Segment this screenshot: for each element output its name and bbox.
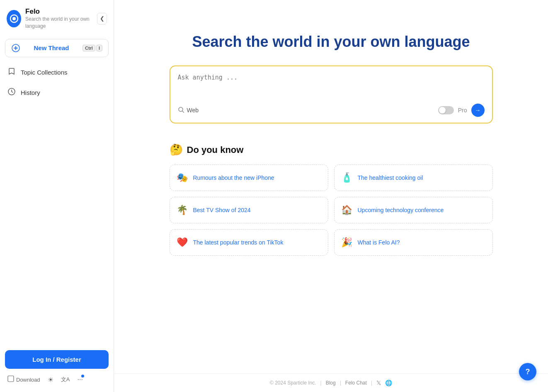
sidebar-bottom: Log In / Register Download ☀ 文A ··· — [0, 344, 114, 392]
footer-copyright: © 2024 Sparticle Inc. — [270, 380, 316, 386]
know-card-cooking-oil[interactable]: 🧴 The healthiest cooking oil — [334, 165, 493, 191]
new-thread-button[interactable]: New Thread Ctrl I — [5, 39, 109, 57]
shortcut-ctrl: Ctrl — [82, 45, 95, 51]
download-tool[interactable]: Download — [7, 375, 40, 384]
brand-logo — [7, 10, 21, 27]
main-footer: © 2024 Sparticle Inc. | Blog | Felo Chat… — [114, 373, 548, 392]
twitter-icon[interactable]: 𝕏 — [376, 380, 381, 386]
brand: Felo Search the world in your own langua… — [7, 7, 97, 30]
web-label: Web — [187, 107, 199, 114]
know-title: Do you know — [187, 145, 244, 155]
shortcut-keys: Ctrl I — [82, 45, 102, 51]
sidebar-tools: Download ☀ 文A ··· — [5, 374, 109, 385]
main-content: Search the world in your own language We… — [114, 0, 548, 392]
know-card-text: The healthiest cooking oil — [358, 174, 423, 181]
know-card-text: Rumours about the new iPhone — [193, 174, 274, 181]
know-card-emoji: 🌴 — [177, 205, 188, 215]
login-button[interactable]: Log In / Register — [5, 350, 109, 369]
toggle-knob — [439, 107, 446, 114]
know-section: 🤔 Do you know 🎭 Rumours about the new iP… — [170, 143, 493, 256]
new-thread-icon — [11, 44, 20, 53]
translate-icon: 文A — [61, 376, 70, 383]
search-right: Pro → — [438, 104, 485, 117]
know-card-text: Upcoming technology conference — [358, 207, 444, 213]
bookmark-icon — [7, 67, 16, 77]
know-card-emoji: 🎉 — [341, 237, 353, 248]
know-card-emoji: ❤️ — [177, 237, 188, 248]
know-card-felo-ai[interactable]: 🎉 What is Felo AI? — [334, 229, 493, 256]
main-area: Search the world in your own language We… — [114, 0, 548, 373]
know-card-text: Best TV Show of 2024 — [193, 207, 251, 213]
svg-point-1 — [12, 17, 16, 20]
help-button[interactable]: ? — [519, 363, 536, 380]
pro-label: Pro — [458, 107, 467, 114]
topic-collections-label: Topic Collections — [21, 69, 68, 76]
pro-toggle[interactable] — [438, 106, 454, 114]
know-grid: 🎭 Rumours about the new iPhone 🧴 The hea… — [170, 165, 493, 256]
history-label: History — [21, 89, 40, 96]
search-web: Web — [178, 106, 199, 114]
know-card-best-tv-show[interactable]: 🌴 Best TV Show of 2024 — [170, 197, 328, 223]
globe-icon[interactable]: 🌐 — [385, 380, 392, 386]
search-icon — [178, 106, 184, 114]
know-card-emoji: 🧴 — [341, 172, 353, 183]
know-card-text: The latest popular trends on TikTok — [193, 239, 284, 246]
svg-line-8 — [182, 111, 184, 113]
brightness-tool[interactable]: ☀ — [48, 376, 53, 384]
know-card-emoji: 🏠 — [341, 205, 353, 215]
hero-title: Search the world in your own language — [192, 33, 470, 51]
brand-name: Felo — [25, 7, 97, 16]
history-icon — [7, 87, 16, 98]
collapse-button[interactable]: ❮ — [97, 13, 107, 24]
know-emoji: 🤔 — [170, 143, 183, 156]
brand-tagline: Search the world in your own language — [25, 16, 97, 30]
sidebar-header: Felo Search the world in your own langua… — [0, 0, 114, 36]
brightness-icon: ☀ — [48, 376, 53, 384]
search-box: Web Pro → — [170, 65, 493, 123]
translate-tool[interactable]: 文A — [61, 376, 70, 383]
know-card-tiktok-trends[interactable]: ❤️ The latest popular trends on TikTok — [170, 229, 328, 256]
search-input[interactable] — [178, 74, 485, 99]
search-submit-button[interactable]: → — [471, 104, 485, 117]
svg-rect-6 — [8, 376, 14, 382]
more-tool[interactable]: ··· — [78, 376, 83, 383]
know-header: 🤔 Do you know — [170, 143, 493, 156]
help-icon: ? — [526, 368, 530, 376]
shortcut-key: I — [96, 45, 102, 51]
sidebar: Felo Search the world in your own langua… — [0, 0, 114, 392]
know-card-emoji: 🎭 — [177, 172, 188, 183]
know-card-text: What is Felo AI? — [358, 239, 400, 246]
more-badge — [81, 375, 84, 377]
sidebar-item-history[interactable]: History — [0, 82, 114, 103]
new-thread-label: New Thread — [24, 44, 78, 51]
know-card-iphone-rumours[interactable]: 🎭 Rumours about the new iPhone — [170, 165, 328, 191]
download-label: Download — [16, 377, 40, 383]
sidebar-item-topic-collections[interactable]: Topic Collections — [0, 62, 114, 82]
footer-felo-chat-link[interactable]: Felo Chat — [345, 380, 367, 386]
download-icon — [7, 375, 14, 384]
know-card-tech-conference[interactable]: 🏠 Upcoming technology conference — [334, 197, 493, 223]
sidebar-nav: Topic Collections History — [0, 62, 114, 103]
footer-blog-link[interactable]: Blog — [326, 380, 336, 386]
search-footer: Web Pro → — [178, 104, 485, 117]
submit-arrow-icon: → — [475, 107, 481, 114]
